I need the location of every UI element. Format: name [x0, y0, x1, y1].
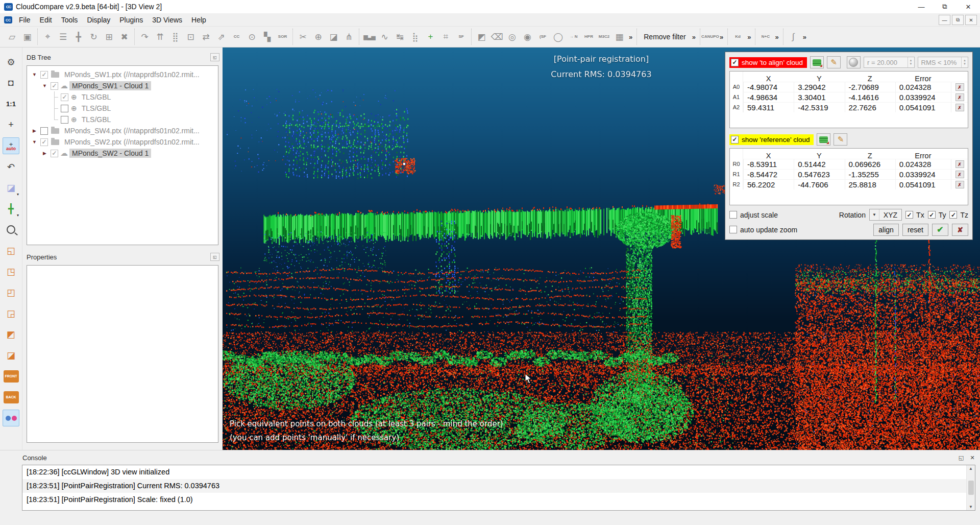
delete-point-button[interactable]: ✗ — [955, 181, 964, 188]
auto-update-zoom-checkbox[interactable] — [729, 226, 737, 233]
console-float-button[interactable]: ◱ — [957, 454, 966, 462]
view-right-button[interactable]: ◪ — [3, 347, 19, 364]
properties-icon[interactable]: ☰ — [56, 30, 70, 44]
tree-item-checkbox[interactable] — [40, 127, 48, 135]
wrench-icon[interactable]: ⚙ — [3, 54, 19, 70]
tree-item-checkbox[interactable] — [40, 71, 48, 79]
curve-fit-icon[interactable]: ∿ — [377, 30, 392, 44]
tree-item-checkbox[interactable] — [51, 150, 58, 157]
menu-edit[interactable]: Edit — [35, 15, 57, 25]
expander-closed-icon[interactable]: ▶ — [40, 151, 49, 156]
adjust-scale-checkbox[interactable] — [729, 211, 737, 219]
3d-viewport[interactable]: [Point-pair registration] Current RMS: 0… — [223, 47, 980, 450]
tree-item[interactable]: ▶MPonds_SW4.ptx (//ntapprdfs01n02.rmit..… — [27, 125, 218, 136]
animation-icon[interactable]: ◩ — [474, 30, 489, 44]
to-align-add-point-button[interactable]: ✎ — [827, 56, 841, 68]
tx-option[interactable]: Tx — [905, 211, 924, 219]
radius-spinner[interactable]: r = 20.000 ▲▼ — [864, 57, 915, 68]
reference-pick-from-list-button[interactable] — [817, 133, 830, 146]
expander-open-icon[interactable]: ▼ — [30, 139, 39, 145]
delete-point-button[interactable]: ✗ — [955, 104, 964, 111]
mdi-restore-button[interactable]: ⧉ — [952, 15, 964, 25]
sf-tool-icon[interactable]: SF — [454, 30, 469, 44]
sample-points-icon[interactable]: ↷ — [137, 30, 152, 44]
pan-button[interactable]: ╋▾ — [3, 200, 19, 217]
gizmo-icon[interactable]: ⌖ — [40, 30, 55, 44]
zoom-button[interactable] — [3, 221, 19, 238]
tree-item[interactable]: ⊕TLS/GBL — [27, 114, 218, 125]
register-icon[interactable]: ⇄ — [199, 30, 213, 44]
normals-icon[interactable]: → N — [566, 30, 581, 44]
view-front-button[interactable]: ◰ — [3, 284, 19, 301]
hpr-icon[interactable]: HPR — [581, 30, 596, 44]
scroll-up-icon[interactable]: ▲ — [969, 466, 973, 471]
auto-update-zoom-option[interactable]: auto update zoom — [729, 226, 797, 234]
reference-add-point-button[interactable]: ✎ — [834, 133, 847, 146]
npc-overflow[interactable]: » — [773, 33, 780, 41]
remove-filter-button[interactable]: Remove filter — [640, 31, 690, 43]
menu-tools[interactable]: Tools — [57, 15, 83, 25]
point-picking-icon[interactable]: ╋ — [71, 30, 86, 44]
delete-point-button[interactable]: ✗ — [955, 83, 964, 91]
canupo-overflow[interactable]: » — [718, 33, 725, 41]
iso-view-cube-button[interactable]: ◪▾ — [3, 179, 19, 196]
compute-normals-icon[interactable]: ⇈ — [153, 30, 167, 44]
statistics-icon[interactable]: ⣷ — [408, 30, 423, 44]
shield-icon[interactable]: ◉ — [520, 30, 535, 44]
align-button[interactable]: align — [873, 224, 899, 236]
menu-plugins[interactable]: Plugins — [115, 15, 148, 25]
tree-item-checkbox[interactable] — [40, 138, 48, 146]
rotate-view-button[interactable]: ↶ — [3, 158, 19, 175]
ty-option[interactable]: Ty — [928, 211, 946, 219]
delete-icon[interactable]: ✖ — [117, 30, 132, 44]
sf-circle-icon[interactable]: (SF — [535, 30, 550, 44]
to-align-sphere-button[interactable] — [847, 56, 861, 68]
tree-item[interactable]: ⊕TLS/GBL — [27, 103, 218, 114]
kd-plugin-icon[interactable]: Kd — [730, 30, 745, 44]
checkerboard-icon[interactable]: ▚ — [260, 30, 275, 44]
sra-plugin-icon[interactable]: ∫ — [786, 30, 801, 44]
rotation-dropdown[interactable]: ▼ XYZ — [869, 209, 902, 221]
properties-float-button[interactable]: ◱ — [210, 253, 219, 261]
console-scrollbar[interactable]: ▲ ▼ — [966, 465, 975, 510]
compass-icon[interactable]: ◎ — [505, 30, 520, 44]
view-top-button[interactable]: ◱ — [3, 242, 19, 259]
tree-item-checkbox[interactable] — [61, 93, 68, 101]
rotate-translate-icon[interactable]: ⊕ — [311, 30, 326, 44]
remove-filter-overflow[interactable]: » — [691, 33, 697, 41]
tree-item[interactable]: ▼MPonds_SW2.ptx (//ntapprdfs01n02.rmit..… — [27, 136, 218, 148]
tree-item[interactable]: ▼☁MPonds_SW1 - Cloud 1 — [27, 80, 218, 91]
tree-item[interactable]: ⊕TLS/GBL — [27, 91, 218, 103]
tree-item[interactable]: ▶☁MPonds_SW2 - Cloud 1 — [27, 148, 218, 159]
add-scalar-icon[interactable]: + — [423, 30, 438, 44]
show-reference-checkbox[interactable] — [731, 136, 739, 144]
cross-section-icon[interactable]: ◪ — [326, 30, 341, 44]
reset-button[interactable]: reset — [902, 224, 928, 236]
delete-point-button[interactable]: ✗ — [955, 160, 964, 168]
tz-checkbox[interactable] — [949, 211, 957, 219]
dem-icon[interactable]: ▦ — [612, 30, 627, 44]
spinner-arrows-icon[interactable]: ▲▼ — [908, 57, 914, 67]
extract-sections-icon[interactable]: ⋔ — [341, 30, 356, 44]
cloud-cloud-distance-icon[interactable]: CC — [229, 30, 244, 44]
menu-3d-views[interactable]: 3D Views — [148, 15, 187, 25]
statistical-test-icon[interactable]: ⊙ — [244, 30, 259, 44]
show-to-align-checkbox[interactable] — [731, 59, 739, 66]
sor-filter-icon[interactable]: SOR — [275, 30, 290, 44]
expander-open-icon[interactable]: ▼ — [40, 83, 49, 88]
ty-checkbox[interactable] — [928, 211, 936, 219]
db-tree-float-button[interactable]: ◱ — [210, 53, 219, 61]
mdi-close-button[interactable]: ✕ — [965, 15, 977, 25]
menu-display[interactable]: Display — [82, 15, 115, 25]
ellipse-icon[interactable]: ◯ — [551, 30, 566, 44]
restore-button[interactable]: ⧉ — [933, 0, 957, 13]
save-icon[interactable]: ▣ — [20, 30, 35, 44]
menu-help[interactable]: Help — [187, 15, 211, 25]
to-align-pick-from-list-button[interactable] — [810, 56, 824, 68]
tree-item-checkbox[interactable] — [61, 105, 68, 112]
tz-option[interactable]: Tz — [949, 211, 968, 219]
view-left-button[interactable]: ◩ — [3, 326, 19, 343]
camera-icon[interactable]: ◘ — [3, 75, 19, 91]
zoom-1-1-button[interactable]: 1:1 — [3, 96, 19, 112]
view-back-button[interactable]: ◲ — [3, 305, 19, 322]
